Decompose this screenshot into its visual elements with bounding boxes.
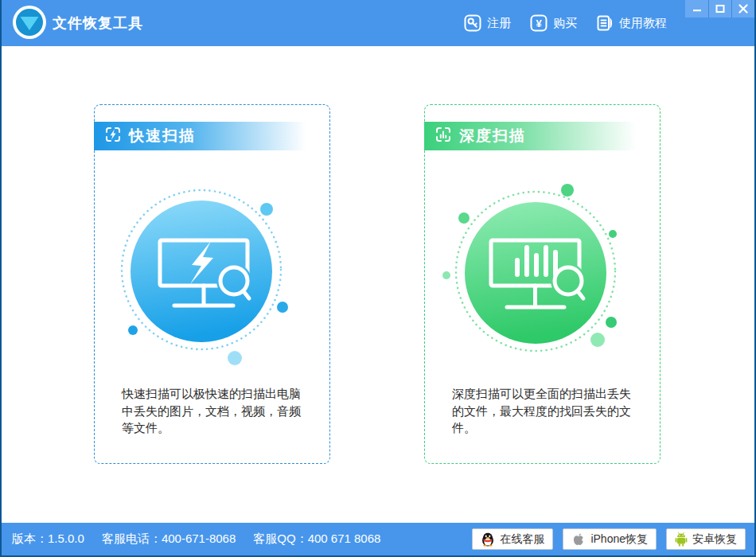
deep-scan-illustration	[440, 177, 631, 368]
tutorial-label: 使用教程	[619, 16, 667, 31]
app-logo-icon	[13, 6, 46, 39]
page-title: 文件恢复工具	[53, 0, 143, 46]
footer-buttons: 在线客服 iPhone恢复	[472, 528, 754, 550]
quick-scan-illustration	[106, 176, 297, 367]
yuan-icon: ¥	[530, 14, 548, 32]
window-controls	[685, 0, 754, 18]
phone-label: 客服电话：400-671-8068	[102, 532, 236, 547]
qq-penguin-icon	[481, 532, 495, 547]
quick-scan-description: 快速扫描可以极快速的扫描出电脑中丢失的图片，文档，视频，音频等文件。	[122, 385, 309, 437]
android-recovery-label: 安卓恢复	[692, 532, 737, 547]
register-label: 注册	[487, 16, 511, 31]
svg-text:¥: ¥	[536, 18, 542, 29]
quick-scan-header: 快速扫描	[94, 122, 325, 150]
quick-scan-card[interactable]: 快速扫描	[94, 104, 330, 464]
buy-button[interactable]: ¥ 购买	[530, 14, 577, 32]
deep-scan-header: 深度扫描	[424, 122, 655, 150]
qq-label: 客服QQ：400 671 8068	[253, 532, 380, 547]
main-area: 快速扫描	[2, 46, 754, 523]
maximize-button[interactable]	[708, 0, 731, 18]
title-bar: 文件恢复工具 注册 ¥ 购	[2, 0, 754, 46]
online-service-button[interactable]: 在线客服	[472, 528, 553, 550]
titlebar-toolbar: 注册 ¥ 购买 使用教程	[464, 8, 667, 38]
version-label: 版本：1.5.0.0	[12, 532, 84, 547]
close-button[interactable]	[731, 0, 754, 18]
close-icon	[738, 4, 748, 14]
quick-scan-title: 快速扫描	[129, 126, 196, 146]
minimize-button[interactable]	[685, 0, 708, 18]
footer-info: 版本：1.5.0.0 客服电话：400-671-8068 客服QQ：400 67…	[2, 532, 380, 547]
minimize-icon	[692, 4, 702, 14]
buy-label: 购买	[553, 16, 577, 31]
book-icon	[596, 14, 614, 32]
deep-scan-title: 深度扫描	[459, 126, 526, 146]
android-recovery-button[interactable]: 安卓恢复	[666, 528, 746, 550]
maximize-icon	[715, 4, 725, 14]
deep-scan-description: 深度扫描可以更全面的扫描出丢失的文件，最大程度的找回丢失的文件。	[452, 385, 639, 437]
tutorial-button[interactable]: 使用教程	[596, 14, 667, 32]
iphone-recovery-label: iPhone恢复	[590, 532, 648, 547]
key-icon	[464, 14, 481, 32]
android-icon	[675, 532, 688, 547]
app-window: 文件恢复工具 注册 ¥ 购	[0, 0, 756, 557]
iphone-recovery-button[interactable]: iPhone恢复	[563, 528, 657, 550]
deep-scan-bars-icon	[435, 126, 452, 147]
apple-icon	[571, 532, 586, 547]
footer-bar: 版本：1.5.0.0 客服电话：400-671-8068 客服QQ：400 67…	[2, 523, 754, 555]
lightning-scan-icon	[104, 126, 122, 147]
deep-scan-card[interactable]: 深度扫描	[424, 104, 661, 464]
online-service-label: 在线客服	[500, 532, 544, 547]
register-button[interactable]: 注册	[464, 14, 511, 32]
